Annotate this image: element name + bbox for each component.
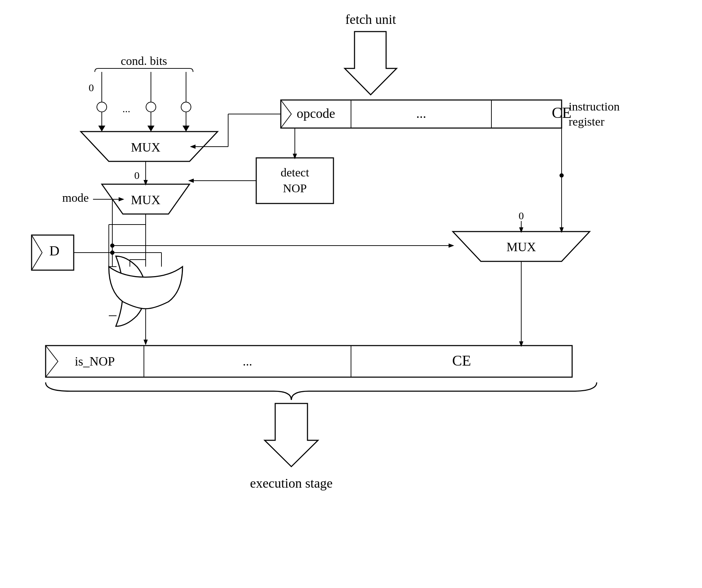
mux-top-label: MUX (131, 140, 160, 154)
instruction-register-label-line1: instruction (569, 100, 620, 113)
zero-right-label: 0 (519, 210, 524, 221)
cond-bits-label: cond. bits (121, 54, 167, 67)
svg-point-11 (146, 102, 156, 112)
svg-point-15 (181, 102, 191, 112)
dots-top-label: ... (416, 106, 426, 121)
zero-cond-0-label: 0 (89, 82, 94, 93)
svg-marker-17 (183, 126, 190, 132)
detect-nop-line2: NOP (283, 182, 307, 195)
mux-mid-label: MUX (131, 193, 160, 207)
execution-stage-label: execution stage (250, 476, 332, 490)
is-nop-label: is_NOP (75, 354, 115, 368)
detect-nop-line1: detect (280, 166, 309, 179)
fetch-unit-label: fetch unit (345, 12, 396, 27)
svg-marker-13 (147, 126, 154, 132)
dots-cond-label: ... (122, 103, 131, 114)
svg-marker-9 (98, 126, 105, 132)
mux-right-label: MUX (506, 240, 536, 254)
instruction-register-label-line2: register (569, 115, 605, 128)
zero-mux-output-label: 0 (134, 169, 140, 181)
diagram-container: fetch unit opcode ... CE instruction reg… (0, 0, 702, 588)
opcode-label: opcode (297, 106, 335, 121)
dots-bottom-label: ... (243, 354, 252, 368)
svg-point-7 (97, 102, 107, 112)
ce-bottom-label: CE (452, 353, 471, 369)
mode-label: mode (62, 191, 89, 204)
svg-marker-2 (345, 32, 397, 95)
svg-rect-37 (256, 158, 333, 203)
d-register-label: D (49, 243, 60, 259)
svg-rect-58 (46, 346, 572, 377)
svg-marker-61 (265, 403, 318, 467)
